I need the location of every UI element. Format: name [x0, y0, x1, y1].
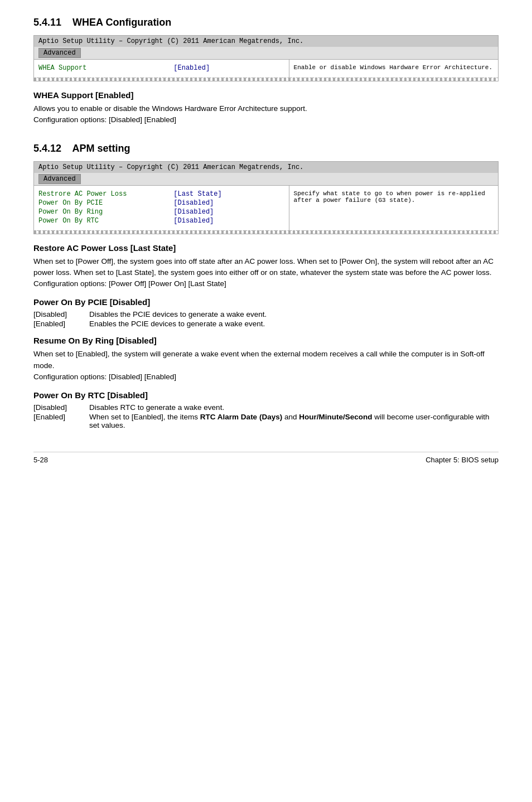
apm-sub1-val-0: Disables the PCIE devices to generate a …	[89, 310, 499, 318]
apm-sub3-title: Power On By RTC [Disabled]	[33, 390, 499, 400]
apm-bios-header: Aptio Setup Utility – Copyright (C) 2011…	[34, 162, 498, 173]
whea-row-0: WHEA Support [Enabled]	[38, 64, 284, 72]
apm-subsection-3: Power On By RTC [Disabled] [Disabled] Di…	[33, 390, 499, 429]
apm-sub3-val-0: Disables RTC to generate a wake event.	[89, 403, 499, 412]
apm-bios-footer	[34, 230, 498, 234]
whea-advanced-tab[interactable]: Advanced	[38, 48, 81, 58]
apm-value-3: [Disabled]	[173, 217, 284, 225]
apm-subsection-2: Resume On By Ring [Disabled] When set to…	[33, 336, 499, 383]
apm-subsection-0: Restore AC Power Loss [Last State] When …	[33, 243, 499, 290]
apm-bios-help: Specify what state to go to when power i…	[289, 186, 498, 230]
apm-sub3-key-0: [Disabled]	[33, 403, 89, 412]
apm-sub3-key-1: [Enabled]	[33, 413, 89, 429]
apm-label-2: Power On By Ring	[38, 208, 173, 216]
apm-sub3-val-1: When set to [Eanbled], the items RTC Ala…	[89, 413, 499, 429]
apm-sub1-key-0: [Disabled]	[33, 310, 89, 318]
apm-label-0: Restrore AC Power Loss	[38, 190, 173, 198]
footer-right: Chapter 5: BIOS setup	[425, 456, 499, 464]
apm-sub2-title: Resume On By Ring [Disabled]	[33, 336, 499, 345]
whea-section: 5.4.11 WHEA Configuration Aptio Setup Ut…	[33, 17, 499, 126]
apm-row-0: Restrore AC Power Loss [Last State]	[38, 190, 284, 198]
apm-label-1: Power On By PCIE	[38, 199, 173, 207]
apm-tab-row: Advanced	[34, 173, 498, 185]
apm-bios-box: Aptio Setup Utility – Copyright (C) 2011…	[33, 161, 499, 234]
whea-bios-header: Aptio Setup Utility – Copyright (C) 2011…	[34, 36, 498, 47]
apm-sub3-def-0: [Disabled] Disables RTC to generate a wa…	[33, 403, 499, 412]
whea-tab-row: Advanced	[34, 47, 498, 59]
whea-bios-left: WHEA Support [Enabled]	[34, 60, 289, 78]
whea-bios-help: Enable or disable Windows Hardware Error…	[289, 60, 498, 78]
apm-row-1: Power On By PCIE [Disabled]	[38, 199, 284, 207]
footer-left: 5-28	[33, 456, 48, 464]
apm-sub0-body: When set to [Power Off], the system goes…	[33, 256, 499, 290]
whea-bios-box: Aptio Setup Utility – Copyright (C) 2011…	[33, 35, 499, 81]
apm-subsection-1: Power On By PCIE [Disabled] [Disabled] D…	[33, 297, 499, 328]
apm-bios-left: Restrore AC Power Loss [Last State] Powe…	[34, 186, 289, 230]
apm-value-1: [Disabled]	[173, 199, 284, 207]
apm-row-2: Power On By Ring [Disabled]	[38, 208, 284, 216]
page-footer: 5-28 Chapter 5: BIOS setup	[33, 452, 499, 464]
apm-sub0-title: Restore AC Power Loss [Last State]	[33, 243, 499, 253]
apm-advanced-tab[interactable]: Advanced	[38, 174, 81, 184]
apm-label-3: Power On By RTC	[38, 217, 173, 225]
whea-bios-footer	[34, 78, 498, 81]
apm-bios-content: Restrore AC Power Loss [Last State] Powe…	[34, 185, 498, 230]
whea-bios-content: WHEA Support [Enabled] Enable or disable…	[34, 59, 498, 78]
whea-sub0-title: WHEA Support [Enabled]	[33, 90, 499, 100]
apm-sub3-def-1: [Enabled] When set to [Eanbled], the ite…	[33, 413, 499, 429]
whea-subsection-0: WHEA Support [Enabled] Allows you to ena…	[33, 90, 499, 126]
apm-value-0: [Last State]	[173, 190, 284, 198]
apm-sub1-title: Power On By PCIE [Disabled]	[33, 297, 499, 307]
whea-heading: 5.4.11 WHEA Configuration	[33, 17, 499, 28]
apm-sub2-config: Configuration options: [Disabled] [Enabl…	[33, 373, 176, 381]
whea-value-0: [Enabled]	[173, 64, 284, 72]
apm-sub2-body: When set to [Enabled], the system will g…	[33, 349, 499, 383]
apm-row-3: Power On By RTC [Disabled]	[38, 217, 284, 225]
apm-sub1-def-1: [Enabled] Enables the PCIE devices to ge…	[33, 320, 499, 328]
apm-sub1-def-0: [Disabled] Disables the PCIE devices to …	[33, 310, 499, 318]
apm-value-2: [Disabled]	[173, 208, 284, 216]
apm-sub1-key-1: [Enabled]	[33, 320, 89, 328]
apm-sub0-config: Configuration options: [Power Off] [Powe…	[33, 279, 226, 288]
apm-section: 5.4.12 APM setting Aptio Setup Utility –…	[33, 143, 499, 430]
apm-sub1-defs: [Disabled] Disables the PCIE devices to …	[33, 310, 499, 328]
whea-label-0: WHEA Support	[38, 64, 173, 72]
apm-sub1-val-1: Enables the PCIE devices to generate a w…	[89, 320, 499, 328]
apm-sub3-defs: [Disabled] Disables RTC to generate a wa…	[33, 403, 499, 429]
whea-sub0-body: Allows you to enable or disable the Wind…	[33, 103, 499, 126]
whea-sub0-config: Configuration options: [Disabled] [Enabl…	[33, 115, 176, 124]
apm-heading: 5.4.12 APM setting	[33, 143, 499, 154]
